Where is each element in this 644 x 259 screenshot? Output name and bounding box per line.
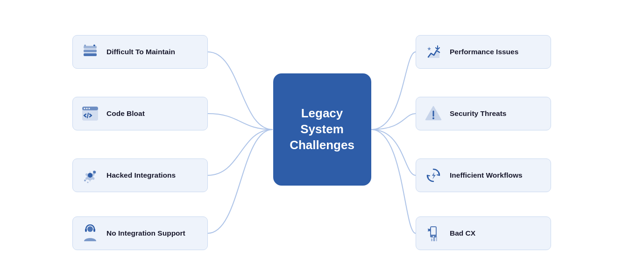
card-performance-label: Performance Issues [450, 48, 518, 56]
card-noint: No Integration Support [72, 216, 208, 250]
gear-icon [80, 165, 100, 185]
svg-point-20 [433, 236, 434, 237]
card-badcx: Bad CX [416, 216, 551, 250]
recycle-icon [424, 165, 443, 185]
code-icon [80, 104, 100, 123]
svg-rect-21 [431, 238, 432, 241]
support-icon [80, 223, 100, 243]
performance-icon [424, 42, 443, 62]
card-inefficient-label: Inefficient Workflows [450, 171, 523, 180]
svg-point-17 [432, 117, 434, 119]
card-security: Security Threats [416, 97, 551, 130]
svg-rect-2 [84, 46, 97, 49]
svg-point-7 [89, 108, 90, 109]
svg-point-13 [87, 226, 93, 232]
card-inefficient: Inefficient Workflows [416, 158, 551, 192]
card-badcx-label: Bad CX [450, 229, 475, 237]
svg-rect-15 [93, 229, 95, 232]
phone-icon [424, 223, 443, 243]
svg-point-12 [87, 182, 89, 183]
diagram: LegacySystemChallenges Difficult To Main… [0, 0, 644, 259]
card-difficult-label: Difficult To Maintain [106, 48, 175, 56]
center-label: LegacySystemChallenges [290, 106, 354, 153]
card-security-label: Security Threats [450, 109, 506, 118]
layers-icon [80, 42, 100, 62]
svg-point-5 [84, 108, 85, 109]
card-hacked-label: Hacked Integrations [106, 171, 176, 180]
card-performance: Performance Issues [416, 35, 551, 69]
svg-rect-1 [84, 50, 97, 52]
center-box: LegacySystemChallenges [273, 73, 371, 186]
svg-rect-23 [436, 237, 437, 241]
svg-rect-14 [85, 229, 87, 232]
warning-icon [424, 104, 443, 123]
svg-rect-0 [84, 53, 97, 56]
card-code: Code Bloat [72, 97, 208, 130]
card-hacked: Hacked Integrations [72, 158, 208, 192]
card-difficult: Difficult To Maintain [72, 35, 208, 69]
card-noint-label: No Integration Support [106, 229, 185, 237]
svg-rect-19 [431, 227, 436, 235]
svg-rect-22 [433, 237, 435, 241]
svg-point-11 [84, 180, 86, 181]
svg-point-6 [86, 108, 88, 109]
card-code-label: Code Bloat [106, 109, 145, 118]
